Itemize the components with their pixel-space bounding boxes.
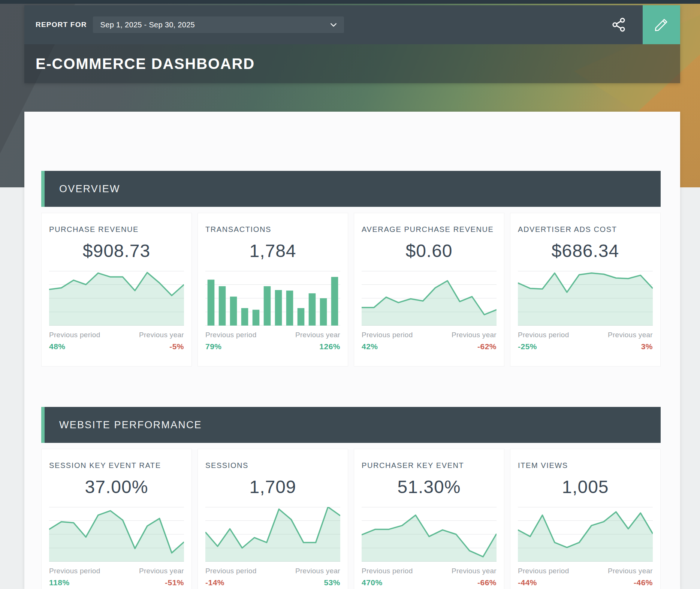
metric-cards-grid: PURCHASE REVENUE$908.73Previous period48… [41,213,661,366]
metric-card: AVERAGE PURCHASE REVENUE$0.60Previous pe… [354,213,504,366]
comparison-stats: Previous period48%Previous year-5% [49,331,184,351]
stat-value: -44% [518,578,569,587]
share-icon [610,16,627,33]
metric-value: 51.30% [362,477,497,497]
metric-label: PURCHASER KEY EVENT [362,461,497,470]
stat-value: 79% [205,342,257,351]
metric-label: TRANSACTIONS [205,225,340,234]
section-title: WEBSITE PERFORMANCE [59,419,202,431]
stat-label: Previous year [139,331,184,339]
section-header-website-performance: WEBSITE PERFORMANCE [41,407,661,443]
header-actions [610,5,680,44]
metric-value: 1,709 [205,477,340,497]
report-title-bar: E-COMMERCE DASHBOARD [24,44,680,83]
previous-period-stat: Previous period-25% [518,331,569,351]
comparison-stats: Previous period-14%Previous year53% [205,567,340,587]
edit-button[interactable] [643,5,680,44]
area-sparkline-chart [518,507,653,562]
chevron-down-icon [331,23,337,27]
stat-label: Previous period [518,567,569,575]
stat-label: Previous year [452,331,497,339]
page-title: E-COMMERCE DASHBOARD [36,55,255,72]
section-accent-stripe [41,171,45,207]
date-range-value: Sep 1, 2025 - Sep 30, 2025 [100,21,195,29]
report-header: REPORT FOR Sep 1, 2025 - Sep 30, 2025 [24,5,680,83]
previous-period-stat: Previous period-44% [518,567,569,587]
stat-label: Previous period [49,567,100,575]
top-strip [0,0,700,4]
previous-year-stat: Previous year-5% [139,331,184,351]
comparison-stats: Previous period-44%Previous year-46% [518,567,653,587]
stat-value: -5% [139,342,184,351]
area-sparkline-chart [49,507,184,562]
previous-year-stat: Previous year53% [295,567,340,587]
metric-label: ITEM VIEWS [518,461,653,470]
stat-value: -51% [139,578,184,587]
stat-value: 3% [608,342,653,351]
comparison-stats: Previous period79%Previous year126% [205,331,340,351]
stat-value: 126% [295,342,340,351]
stat-value: 118% [49,578,100,587]
metric-card: TRANSACTIONS1,784Previous period79%Previ… [197,213,348,366]
previous-period-stat: Previous period42% [362,331,413,351]
metric-label: AVERAGE PURCHASE REVENUE [362,225,497,234]
previous-period-stat: Previous period48% [49,331,100,351]
stat-label: Previous year [608,567,653,575]
stat-label: Previous period [49,331,100,339]
pencil-icon [654,17,669,33]
stat-label: Previous period [205,331,257,339]
metric-label: ADVERTISER ADS COST [518,225,653,234]
report-header-toolbar: REPORT FOR Sep 1, 2025 - Sep 30, 2025 [24,5,680,44]
stat-value: -14% [205,578,257,587]
stat-label: Previous year [295,331,340,339]
stat-label: Previous period [362,331,413,339]
stat-value: -46% [608,578,653,587]
comparison-stats: Previous period118%Previous year-51% [49,567,184,587]
section-website-performance: WEBSITE PERFORMANCE SESSION KEY EVENT RA… [41,407,661,589]
metric-label: SESSIONS [205,461,340,470]
comparison-stats: Previous period42%Previous year-62% [362,331,497,351]
stat-label: Previous year [139,567,184,575]
metric-value: $0.60 [362,241,497,261]
stat-label: Previous period [205,567,257,575]
metric-card: SESSIONS1,709Previous period-14%Previous… [197,449,348,589]
stat-value: -25% [518,342,569,351]
metric-value: $908.73 [49,241,184,261]
metric-value: 1,005 [518,477,653,497]
share-button[interactable] [610,16,627,33]
section-overview: OVERVIEW PURCHASE REVENUE$908.73Previous… [41,171,661,366]
previous-year-stat: Previous year126% [295,331,340,351]
stat-label: Previous year [608,331,653,339]
stat-value: -62% [452,342,497,351]
area-sparkline-chart [518,271,653,326]
stat-label: Previous period [518,331,569,339]
section-title: OVERVIEW [59,183,120,195]
section-accent-stripe [41,407,45,443]
stat-value: 42% [362,342,413,351]
previous-year-stat: Previous year-46% [608,567,653,587]
previous-year-stat: Previous year-66% [452,567,497,587]
metric-card: ITEM VIEWS1,005Previous period-44%Previo… [510,449,661,589]
metric-value: $686.34 [518,241,653,261]
stat-value: 48% [49,342,100,351]
previous-year-stat: Previous year-62% [452,331,497,351]
stat-label: Previous period [362,567,413,575]
bar-chart [205,271,340,326]
area-sparkline-chart [205,507,340,562]
stat-value: 53% [295,578,340,587]
metric-label: PURCHASE REVENUE [49,225,184,234]
area-sparkline-chart [49,271,184,326]
metric-card: PURCHASE REVENUE$908.73Previous period48… [41,213,192,366]
previous-period-stat: Previous period79% [205,331,257,351]
date-range-dropdown[interactable]: Sep 1, 2025 - Sep 30, 2025 [93,16,344,33]
section-header-overview: OVERVIEW [41,171,661,207]
area-sparkline-chart [362,271,497,326]
stat-label: Previous year [295,567,340,575]
comparison-stats: Previous period470%Previous year-66% [362,567,497,587]
metric-label: SESSION KEY EVENT RATE [49,461,184,470]
dashboard-content: OVERVIEW PURCHASE REVENUE$908.73Previous… [24,112,680,589]
comparison-stats: Previous period-25%Previous year3% [518,331,653,351]
area-sparkline-chart [362,507,497,562]
metric-card: ADVERTISER ADS COST$686.34Previous perio… [510,213,661,366]
previous-period-stat: Previous period470% [362,567,413,587]
